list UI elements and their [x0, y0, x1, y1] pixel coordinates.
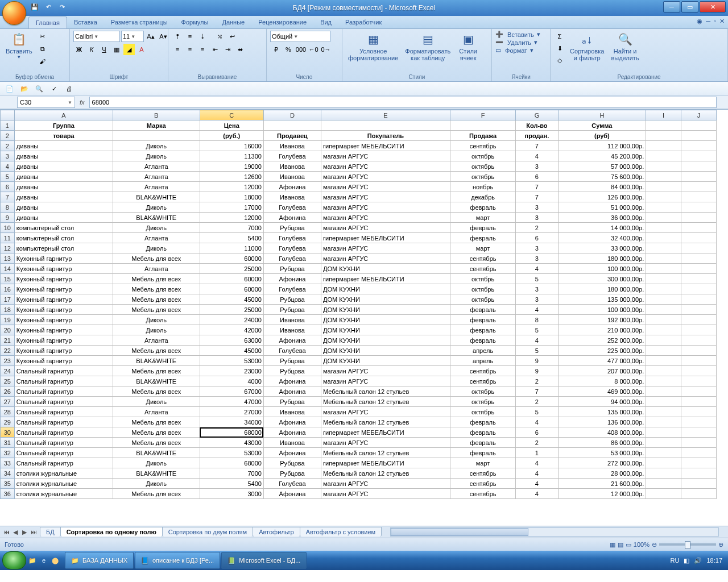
cell[interactable]	[681, 468, 717, 479]
cell[interactable]: гипермаркет МЕБЕЛЬСИТИ	[321, 233, 450, 243]
cell[interactable]: 6	[516, 172, 558, 182]
cell[interactable]: Рубцова	[263, 294, 321, 305]
cell[interactable]: Атланта	[113, 161, 200, 172]
cell[interactable]	[263, 120, 321, 131]
cell[interactable]: Рубцова	[263, 458, 321, 468]
conditional-formatting-button[interactable]: ▦Условное форматирование	[346, 31, 400, 63]
cell[interactable]: магазин АРГУС	[321, 438, 450, 448]
cell[interactable]: Атланта	[113, 335, 200, 346]
cell[interactable]: Диколь	[113, 243, 200, 253]
cell[interactable]: Продавец	[263, 131, 321, 141]
cell[interactable]: 45000	[200, 346, 263, 356]
cell[interactable]	[646, 325, 681, 335]
ribbon-tab[interactable]: Разметка страницы	[104, 16, 175, 28]
cell[interactable]: 25000	[200, 264, 263, 274]
ribbon-tab[interactable]: Рецензирование	[251, 16, 313, 28]
row-header[interactable]: 29	[1, 417, 15, 427]
cell[interactable]	[681, 284, 717, 294]
minimize-ribbon-icon[interactable]: ─	[706, 18, 710, 25]
cell[interactable]: Рубцова	[263, 356, 321, 366]
cell[interactable]: 67000	[200, 386, 263, 397]
cell[interactable]: 6	[516, 233, 558, 243]
close-button[interactable]: ✕	[700, 1, 726, 13]
orientation-icon[interactable]: ⤭	[214, 31, 225, 42]
cell[interactable]: Афонина	[263, 213, 321, 223]
cell[interactable]: ноябрь	[450, 182, 515, 192]
cell[interactable]: 4	[516, 335, 558, 346]
cell[interactable]: Цена	[200, 120, 263, 131]
cell[interactable]	[646, 407, 681, 417]
cell[interactable]: 27000	[200, 407, 263, 417]
cell[interactable]: Мебель для всех	[113, 294, 200, 305]
cell[interactable]: 5400	[200, 233, 263, 243]
cell[interactable]	[681, 131, 717, 141]
row-header[interactable]: 5	[1, 172, 15, 182]
cell[interactable]: 4	[516, 479, 558, 489]
cell[interactable]: Спальный гарнитур	[14, 407, 113, 417]
cell[interactable]: BLAK&WHITE	[113, 356, 200, 366]
cell[interactable]: октябрь	[450, 397, 515, 407]
insert-cells-button[interactable]: ➕ Вставить ▾	[495, 31, 540, 38]
cell[interactable]: Диколь	[113, 202, 200, 213]
cell[interactable]: Диколь	[113, 325, 200, 335]
copy-icon[interactable]: ⧉	[37, 43, 48, 55]
ie-icon[interactable]: e	[39, 555, 49, 566]
cell[interactable]: Спальный гарнитур	[14, 448, 113, 458]
cell[interactable]: Голубева	[263, 253, 321, 264]
cell[interactable]	[646, 366, 681, 376]
cell[interactable]: BLAK&WHITE	[113, 192, 200, 202]
cell[interactable]: Иванова	[263, 407, 321, 417]
cell[interactable]: компьютерный стол	[14, 223, 113, 233]
cell[interactable]	[646, 141, 681, 151]
cell[interactable]: Покупатель	[321, 131, 450, 141]
cell[interactable]: 53000	[200, 356, 263, 366]
cell[interactable]: Спальный гарнитур	[14, 397, 113, 407]
cell[interactable]: февраль	[450, 448, 515, 458]
cell[interactable]	[681, 294, 717, 305]
media-icon[interactable]: ⬤	[50, 555, 60, 566]
find-select-button[interactable]: 🔍Найти и выделить	[609, 31, 641, 63]
cell[interactable]: 135 000,00р.	[558, 294, 646, 305]
cell[interactable]: ДОМ КУХНИ	[321, 264, 450, 274]
cell[interactable]: Атланта	[113, 172, 200, 182]
merge-cells-icon[interactable]: ⬌	[234, 44, 246, 55]
row-header[interactable]: 32	[1, 448, 15, 458]
cell[interactable]	[681, 172, 717, 182]
tray-icon[interactable]: ◧	[684, 557, 689, 564]
zoom-in-button[interactable]: ⊕	[718, 541, 723, 548]
cell[interactable]: 3000	[200, 489, 263, 499]
cell[interactable]	[681, 253, 717, 264]
cell[interactable]	[681, 141, 717, 151]
close-workbook-icon[interactable]: ✕	[719, 18, 725, 25]
cell[interactable]	[681, 407, 717, 417]
preview-icon[interactable]: 🔍	[34, 84, 44, 94]
row-header[interactable]: 16	[1, 284, 15, 294]
fill-color-button[interactable]: ◢	[123, 44, 135, 55]
cell[interactable]	[646, 182, 681, 192]
cell[interactable]: Кухонный гарнитур	[14, 325, 113, 335]
cell[interactable]: 5	[516, 346, 558, 356]
cell[interactable]: Кухонный гарнитур	[14, 335, 113, 346]
zoom-out-button[interactable]: ⊖	[652, 541, 657, 548]
cell[interactable]	[681, 223, 717, 233]
cell[interactable]: Иванова	[263, 172, 321, 182]
open-icon[interactable]: 📂	[19, 84, 30, 94]
sort-filter-button[interactable]: ₐ↓Сортировка и фильтр	[568, 31, 606, 63]
cell[interactable]: 45 200,00р.	[558, 151, 646, 161]
cell[interactable]: 408 000,00р.	[558, 427, 646, 438]
cell[interactable]	[681, 325, 717, 335]
cell[interactable]: октябрь	[450, 294, 515, 305]
cell[interactable]: диваны	[14, 182, 113, 192]
cell[interactable]	[646, 253, 681, 264]
cell[interactable]: Мебель для всех	[113, 366, 200, 376]
cell[interactable]: магазин АРГУС	[321, 192, 450, 202]
row-header[interactable]: 10	[1, 223, 15, 233]
cell[interactable]: магазин АРГУС	[321, 182, 450, 192]
cell[interactable]: 7000	[200, 223, 263, 233]
volume-icon[interactable]: 🔊	[694, 557, 702, 564]
cell[interactable]	[681, 305, 717, 315]
formula-input[interactable]: 68000	[89, 97, 717, 108]
cell[interactable]	[646, 172, 681, 182]
cell[interactable]: Иванова	[263, 141, 321, 151]
cell[interactable]: 477 000,00р.	[558, 356, 646, 366]
